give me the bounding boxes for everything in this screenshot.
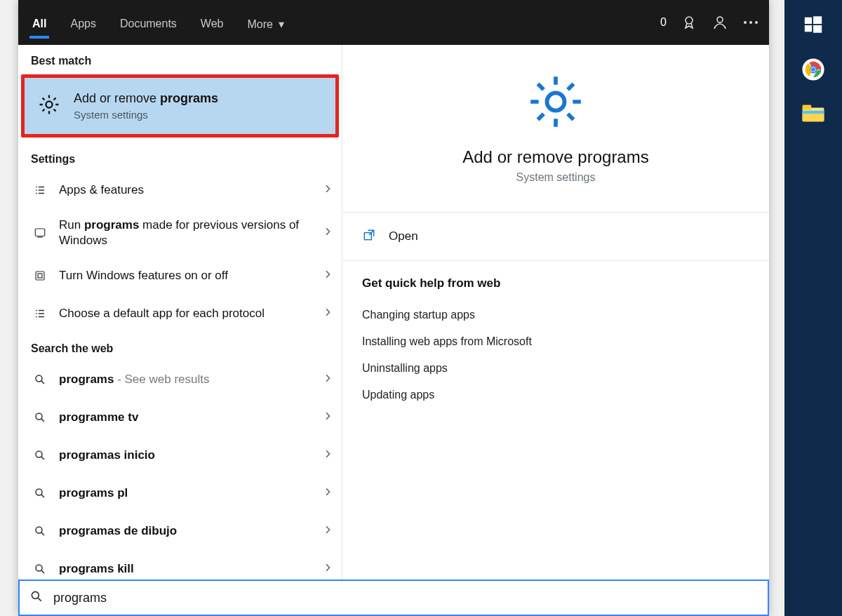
search-icon [31,373,49,386]
svg-point-26 [32,591,39,598]
search-input[interactable] [53,591,758,605]
web-result[interactable]: programme tv [18,399,342,436]
preview-title: Add or remove programs [462,147,648,167]
best-match-subtitle: System settings [74,109,218,121]
chevron-right-icon [322,562,333,576]
section-best-match: Best match [18,45,342,73]
chevron-right-icon [322,183,333,197]
rewards-medal-icon[interactable] [681,14,697,31]
help-link[interactable]: Uninstalling apps [362,355,749,382]
file-explorer-icon[interactable] [801,104,825,126]
svg-rect-11 [803,111,824,114]
best-match-result[interactable]: Add or remove programs System settings [21,74,339,138]
settings-result-default-protocol[interactable]: Choose a default app for each protocol [18,295,342,333]
tab-more[interactable]: More ▾ [243,4,288,42]
search-icon [31,449,49,462]
help-link[interactable]: Updating apps [362,382,749,408]
svg-point-23 [36,565,42,571]
more-options-icon[interactable] [742,14,759,31]
svg-rect-2 [805,25,812,32]
chevron-right-icon [322,373,333,387]
list-icon [31,307,49,320]
search-icon [31,487,49,500]
search-scope-tabs: All Apps Documents Web More ▾ [28,4,660,42]
windows-start-icon[interactable] [803,14,824,38]
search-icon [31,411,49,424]
gear-icon [526,72,586,135]
svg-rect-3 [813,25,822,33]
help-section-title: Get quick help from web [362,276,749,290]
search-bar[interactable] [18,580,769,616]
search-icon [31,563,49,575]
svg-point-7 [811,67,815,72]
svg-point-24 [547,93,564,110]
chevron-right-icon [322,307,333,321]
chevron-right-icon [322,524,333,538]
svg-point-14 [46,101,52,107]
chevron-right-icon [322,410,333,424]
svg-rect-16 [36,272,44,280]
web-result[interactable]: programs pl [18,474,342,512]
settings-result-run-programs-compat[interactable]: Run programs made for previous versions … [18,209,342,257]
svg-rect-1 [813,16,822,24]
list-icon [31,184,49,196]
tab-apps[interactable]: Apps [66,4,100,41]
account-icon[interactable] [711,14,728,31]
open-action[interactable]: Open [342,213,769,260]
results-pane: Best match Add or remove programs System… [18,45,342,616]
tab-more-label: More [247,18,272,30]
preview-subtitle: System settings [516,171,596,184]
svg-point-18 [36,375,42,382]
preview-pane: Add or remove programs System settings O… [342,45,769,616]
rewards-count: 0 [660,16,667,29]
tab-documents[interactable]: Documents [116,4,181,41]
svg-rect-0 [805,18,812,24]
svg-rect-17 [38,274,42,278]
svg-point-19 [36,413,42,420]
taskbar [784,0,842,616]
section-settings: Settings [18,143,342,171]
search-panel: All Apps Documents Web More ▾ 0 [18,0,769,616]
search-header: All Apps Documents Web More ▾ 0 [18,0,769,45]
svg-point-21 [36,489,42,495]
svg-rect-9 [803,105,812,109]
open-icon [362,228,376,245]
search-icon [31,525,49,537]
help-link[interactable]: Changing startup apps [362,302,749,328]
open-label: Open [389,229,418,243]
web-result[interactable]: programas inicio [18,436,342,474]
chevron-down-icon: ▾ [279,18,284,31]
svg-point-20 [36,451,42,457]
chevron-right-icon [322,486,333,500]
section-search-web: Search the web [18,333,342,361]
web-result[interactable]: programs - See web results [18,361,342,399]
tab-all[interactable]: All [28,4,51,41]
chrome-icon[interactable] [801,58,825,84]
features-icon [31,269,49,282]
gear-icon [37,93,61,119]
svg-rect-15 [35,229,45,236]
help-link[interactable]: Installing web apps from Microsoft [362,328,749,355]
compat-icon [31,227,49,239]
tab-web[interactable]: Web [196,4,228,41]
chevron-right-icon [322,269,333,283]
settings-result-apps-features[interactable]: Apps & features [18,171,342,209]
chevron-right-icon [322,226,333,240]
svg-point-22 [36,527,42,533]
svg-point-12 [686,17,693,24]
settings-result-windows-features[interactable]: Turn Windows features on or off [18,257,342,295]
best-match-title: Add or remove programs [74,91,218,106]
web-result[interactable]: programas de dibujo [18,512,342,550]
search-icon [29,589,44,606]
chevron-right-icon [322,448,333,462]
svg-point-13 [717,17,723,22]
